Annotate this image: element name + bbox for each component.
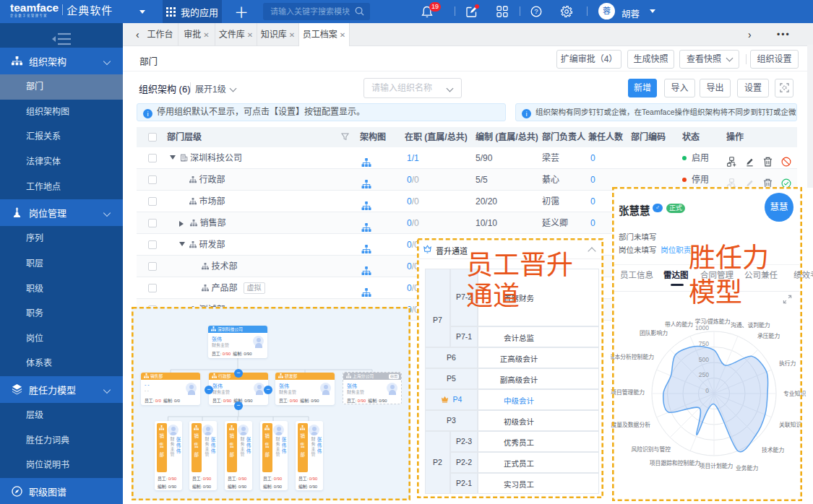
svg-text:业务能力: 业务能力 xyxy=(736,464,758,472)
svg-text:0: 0 xyxy=(705,387,709,394)
svg-text:度量及数据分析: 度量及数据分析 xyxy=(611,421,650,428)
svg-text:750: 750 xyxy=(699,340,709,347)
svg-text:500: 500 xyxy=(699,356,709,363)
svg-text:?: ? xyxy=(534,7,538,15)
svg-text:技术能力: 技术能力 xyxy=(762,446,784,453)
svg-text:建项目管理能力: 建项目管理能力 xyxy=(611,388,645,396)
svg-text:带人的能力: 带人的能力 xyxy=(665,321,693,328)
svg-text:成本分析控制能力: 成本分析控制能力 xyxy=(611,353,654,360)
svg-text:250: 250 xyxy=(699,371,709,378)
svg-text:沟通、谈判能力: 沟通、谈判能力 xyxy=(731,321,770,329)
svg-text:风险识别与管控: 风险识别与管控 xyxy=(631,446,671,453)
svg-text:承压能力: 承压能力 xyxy=(757,332,780,339)
svg-text:执行力: 执行力 xyxy=(779,360,796,367)
svg-text:1000: 1000 xyxy=(695,324,709,331)
svg-text:项目计划能力: 项目计划能力 xyxy=(700,462,734,469)
svg-text:团队影响力: 团队影响力 xyxy=(640,329,668,336)
svg-text:关联知识: 关联知识 xyxy=(779,421,801,428)
svg-text:项目跟踪和控制能力: 项目跟踪和控制能力 xyxy=(650,459,700,466)
svg-text:专业知识: 专业知识 xyxy=(783,390,806,397)
